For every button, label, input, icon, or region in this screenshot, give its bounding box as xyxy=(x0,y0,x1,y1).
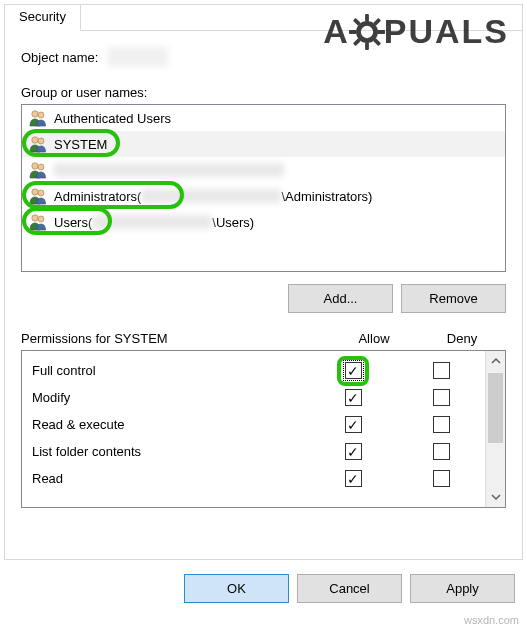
list-item[interactable]: Administrators (\Administrators) xyxy=(22,183,505,209)
deny-cell xyxy=(397,443,485,460)
deny-checkbox[interactable] xyxy=(433,389,450,406)
deny-column-label: Deny xyxy=(418,331,506,346)
chevron-down-icon xyxy=(491,492,501,502)
svg-point-0 xyxy=(32,111,38,117)
list-item-label: SYSTEM xyxy=(54,137,107,152)
permission-row: Read & execute xyxy=(22,411,485,438)
allow-checkbox[interactable] xyxy=(345,416,362,433)
ok-button[interactable]: OK xyxy=(184,574,289,603)
users-group-icon xyxy=(28,161,48,179)
list-item-label: Users (\Users) xyxy=(54,215,254,230)
users-group-icon xyxy=(28,213,48,231)
permissions-listbox: Full controlModifyRead & executeList fol… xyxy=(21,350,506,508)
allow-column-label: Allow xyxy=(330,331,418,346)
list-item[interactable]: Authenticated Users xyxy=(22,105,505,131)
allow-cell xyxy=(309,443,397,460)
allow-checkbox[interactable] xyxy=(345,470,362,487)
object-name-label: Object name: xyxy=(21,50,98,65)
group-or-user-names-label: Group or user names: xyxy=(21,85,506,100)
scrollbar-track[interactable] xyxy=(486,371,505,487)
users-group-icon xyxy=(28,109,48,127)
svg-point-7 xyxy=(38,190,44,196)
deny-checkbox[interactable] xyxy=(433,416,450,433)
security-tab-panel: Security Object name: Group or user name… xyxy=(4,4,523,560)
list-item-label: Authenticated Users xyxy=(54,111,171,126)
permission-row: Read xyxy=(22,465,485,492)
remove-button[interactable]: Remove xyxy=(401,284,506,313)
allow-checkbox[interactable] xyxy=(345,443,362,460)
apply-button[interactable]: Apply xyxy=(410,574,515,603)
permission-name: Read & execute xyxy=(32,417,309,432)
list-item-label: Administrators (\Administrators) xyxy=(54,189,372,204)
object-name-row: Object name: xyxy=(21,47,506,67)
list-item[interactable] xyxy=(22,157,505,183)
allow-cell xyxy=(309,470,397,487)
permission-name: Modify xyxy=(32,390,309,405)
list-item[interactable]: Users (\Users) xyxy=(22,209,505,235)
deny-checkbox[interactable] xyxy=(433,443,450,460)
redacted-text xyxy=(54,163,284,177)
redacted-text xyxy=(92,215,212,229)
deny-checkbox[interactable] xyxy=(433,470,450,487)
deny-cell xyxy=(397,416,485,433)
list-item[interactable]: SYSTEM xyxy=(22,131,505,157)
tab-strip: Security xyxy=(5,5,522,31)
scrollbar-thumb[interactable] xyxy=(488,373,503,443)
scroll-down-button[interactable] xyxy=(486,487,505,507)
tab-label: Security xyxy=(19,9,66,24)
permission-name: Full control xyxy=(32,363,309,378)
deny-checkbox[interactable] xyxy=(433,362,450,379)
allow-checkbox[interactable] xyxy=(345,389,362,406)
chevron-up-icon xyxy=(491,356,501,366)
svg-point-8 xyxy=(32,215,38,221)
list-buttons-row: Add... Remove xyxy=(21,284,506,313)
permissions-scroll-area: Full controlModifyRead & executeList fol… xyxy=(22,351,485,507)
users-group-icon xyxy=(28,187,48,205)
svg-point-9 xyxy=(38,216,44,222)
permission-name: List folder contents xyxy=(32,444,309,459)
permissions-header: Permissions for SYSTEM Allow Deny xyxy=(21,331,506,346)
permissions-for-label: Permissions for SYSTEM xyxy=(21,331,330,346)
list-item-label xyxy=(54,163,284,177)
permission-name: Read xyxy=(32,471,309,486)
svg-point-3 xyxy=(38,138,44,144)
dialog-button-row: OK Cancel Apply xyxy=(0,564,527,617)
redacted-text xyxy=(141,189,281,203)
svg-point-6 xyxy=(32,189,38,195)
allow-cell xyxy=(309,389,397,406)
svg-point-5 xyxy=(38,164,44,170)
deny-cell xyxy=(397,470,485,487)
tab-content: Object name: Group or user names: Authen… xyxy=(5,31,522,524)
users-group-icon xyxy=(28,135,48,153)
allow-checkbox[interactable] xyxy=(345,362,362,379)
tab-security[interactable]: Security xyxy=(4,4,81,31)
permission-row: Modify xyxy=(22,384,485,411)
svg-point-1 xyxy=(38,112,44,118)
allow-cell xyxy=(309,416,397,433)
add-button[interactable]: Add... xyxy=(288,284,393,313)
permissions-scrollbar[interactable] xyxy=(485,351,505,507)
svg-point-4 xyxy=(32,163,38,169)
svg-point-2 xyxy=(32,137,38,143)
permission-row: Full control xyxy=(22,357,485,384)
object-name-value-blurred xyxy=(108,47,168,67)
permission-row: List folder contents xyxy=(22,438,485,465)
group-user-names-listbox[interactable]: Authenticated UsersSYSTEMAdministrators … xyxy=(21,104,506,272)
deny-cell xyxy=(397,389,485,406)
cancel-button[interactable]: Cancel xyxy=(297,574,402,603)
allow-cell xyxy=(309,362,397,379)
scroll-up-button[interactable] xyxy=(486,351,505,371)
deny-cell xyxy=(397,362,485,379)
